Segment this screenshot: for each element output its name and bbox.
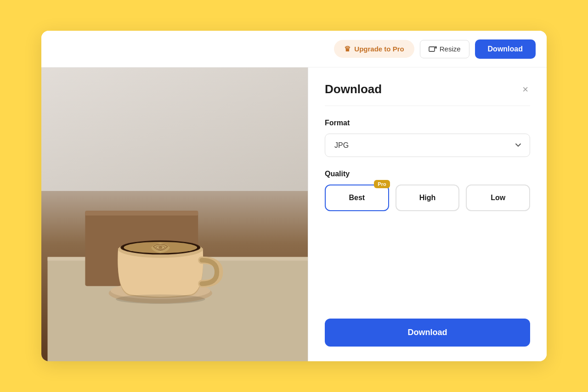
svg-rect-4 bbox=[85, 211, 198, 215]
download-panel-button[interactable]: Download bbox=[325, 319, 530, 347]
resize-button[interactable]: Resize bbox=[420, 40, 469, 58]
quality-low-label: Low bbox=[491, 194, 505, 202]
format-select-wrapper: JPG PNG WebP SVG bbox=[325, 134, 530, 157]
quality-best-label: Best bbox=[349, 194, 365, 202]
quality-high-label: High bbox=[419, 194, 436, 202]
quality-label: Quality bbox=[325, 170, 530, 178]
format-section: Format JPG PNG WebP SVG bbox=[325, 119, 530, 157]
format-select[interactable]: JPG PNG WebP SVG bbox=[325, 134, 530, 157]
quality-options: Pro Best High Low bbox=[325, 185, 530, 211]
upgrade-label: Upgrade to Pro bbox=[354, 45, 404, 53]
crown-icon: ♛ bbox=[344, 45, 351, 53]
download-header-label: Download bbox=[488, 45, 523, 53]
app-container: ♛ Upgrade to Pro Resize Download bbox=[41, 31, 547, 361]
download-panel: Download × Format JPG PNG WebP SVG bbox=[308, 67, 547, 361]
coffee-illustration bbox=[41, 126, 308, 361]
resize-label: Resize bbox=[440, 45, 461, 53]
top-bar: ♛ Upgrade to Pro Resize Download bbox=[41, 31, 547, 67]
main-content: Download × Format JPG PNG WebP SVG bbox=[41, 67, 547, 361]
photo-area bbox=[41, 67, 308, 361]
close-button[interactable]: × bbox=[520, 83, 530, 96]
svg-point-12 bbox=[116, 295, 205, 304]
svg-point-11 bbox=[158, 246, 162, 249]
resize-icon bbox=[429, 45, 437, 53]
close-icon: × bbox=[522, 84, 528, 95]
quality-option-low[interactable]: Low bbox=[466, 185, 530, 211]
panel-header: Download × bbox=[325, 82, 530, 106]
quality-section: Quality Pro Best High Low bbox=[325, 170, 530, 211]
svg-rect-0 bbox=[429, 47, 435, 51]
download-panel-label: Download bbox=[408, 328, 447, 337]
pro-badge: Pro bbox=[374, 180, 390, 188]
download-header-button[interactable]: Download bbox=[475, 39, 536, 59]
panel-title: Download bbox=[325, 82, 382, 96]
quality-option-best[interactable]: Pro Best bbox=[325, 185, 389, 211]
quality-option-high[interactable]: High bbox=[396, 185, 460, 211]
format-label: Format bbox=[325, 119, 530, 127]
upgrade-button[interactable]: ♛ Upgrade to Pro bbox=[334, 40, 414, 58]
